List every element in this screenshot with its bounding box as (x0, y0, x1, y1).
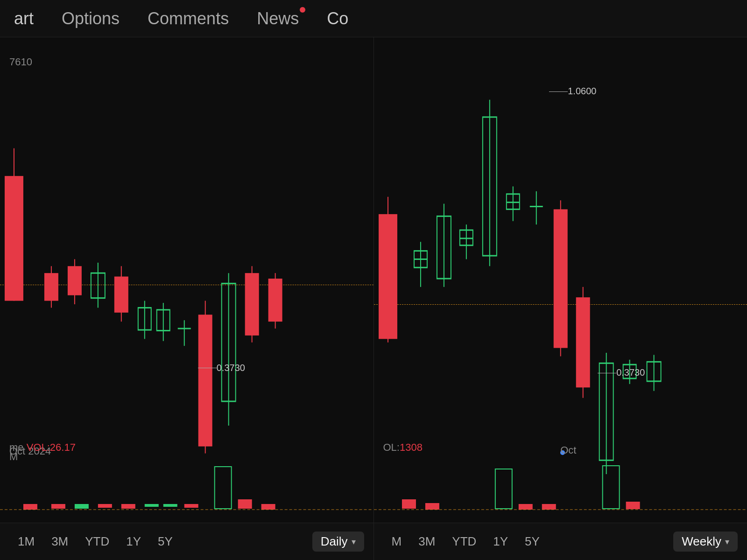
svg-rect-24 (23, 504, 37, 510)
svg-rect-21 (245, 273, 259, 336)
right-period-selector[interactable]: Weekly ▾ (673, 532, 738, 552)
svg-rect-23 (268, 279, 282, 322)
left-volume-svg (0, 457, 374, 518)
news-notification-dot (300, 7, 305, 13)
right-period-chevron: ▾ (725, 537, 729, 547)
svg-rect-11 (138, 308, 151, 330)
right-candle-area[interactable]: 1.0600 (374, 37, 747, 523)
left-candle-area[interactable]: 7610 (0, 37, 374, 523)
svg-rect-65 (495, 469, 512, 509)
svg-rect-32 (215, 467, 232, 509)
right-tf-m[interactable]: M (383, 531, 410, 553)
nav-item-co[interactable]: Co (327, 9, 348, 28)
right-volume-svg (374, 457, 747, 518)
left-volume-unit: M (9, 451, 18, 463)
right-tf-ytd[interactable]: YTD (444, 531, 485, 553)
nav-item-options[interactable]: Options (62, 9, 120, 28)
svg-rect-50 (506, 194, 519, 210)
svg-rect-69 (626, 502, 640, 509)
left-tf-ytd[interactable]: YTD (77, 531, 118, 553)
svg-rect-3 (44, 273, 58, 301)
left-bottom-toolbar: 1M 3M YTD 1Y 5Y Daily ▾ (0, 523, 374, 560)
left-chart-panel: 7610 (0, 37, 374, 560)
charts-container: 7610 (0, 37, 747, 560)
left-period-chevron: ▾ (352, 537, 356, 547)
right-tf-3m[interactable]: 3M (410, 531, 444, 553)
svg-rect-63 (402, 499, 416, 509)
right-volume-label: OL:1308 (383, 441, 423, 454)
right-tf-5y[interactable]: 5Y (516, 531, 548, 553)
left-tf-1m[interactable]: 1M (9, 531, 43, 553)
svg-rect-28 (121, 504, 135, 509)
svg-rect-42 (437, 216, 451, 279)
svg-rect-64 (425, 503, 439, 510)
right-tf-1y[interactable]: 1Y (485, 531, 516, 553)
right-bottom-toolbar: M 3M YTD 1Y 5Y Weekly ▾ (374, 523, 747, 560)
left-tf-5y[interactable]: 5Y (149, 531, 181, 553)
svg-rect-58 (599, 363, 613, 460)
svg-rect-17 (198, 315, 212, 446)
svg-rect-9 (114, 277, 128, 313)
left-tf-1y[interactable]: 1Y (118, 531, 149, 553)
nav-item-comments[interactable]: Comments (148, 9, 229, 28)
svg-rect-62 (647, 362, 661, 381)
svg-rect-29 (145, 504, 159, 507)
svg-rect-34 (261, 504, 275, 510)
svg-rect-7 (91, 273, 105, 298)
svg-rect-31 (184, 504, 198, 508)
svg-rect-30 (163, 504, 177, 507)
svg-rect-47 (482, 117, 496, 256)
svg-rect-5 (68, 266, 82, 295)
svg-rect-45 (459, 230, 472, 245)
left-tf-3m[interactable]: 3M (43, 531, 77, 553)
svg-rect-26 (75, 504, 89, 509)
svg-rect-67 (542, 504, 556, 510)
svg-rect-37 (378, 214, 397, 339)
svg-rect-33 (238, 499, 252, 509)
svg-rect-66 (518, 504, 532, 510)
right-chart-panel: 1.0600 (374, 37, 747, 560)
svg-rect-40 (414, 251, 427, 268)
svg-rect-68 (602, 466, 619, 509)
svg-rect-13 (157, 310, 170, 331)
left-period-selector[interactable]: Daily ▾ (312, 532, 364, 552)
nav-item-news[interactable]: News (257, 9, 299, 28)
nav-item-chart[interactable]: art (14, 9, 34, 28)
top-nav: art Options Comments News Co (0, 0, 747, 37)
svg-rect-25 (51, 504, 65, 509)
svg-rect-27 (98, 504, 112, 508)
right-date-label: Oct (560, 444, 576, 456)
svg-rect-1 (5, 176, 23, 301)
right-annotation-0730: 0.3730 (616, 367, 645, 378)
svg-rect-56 (576, 297, 590, 387)
svg-rect-54 (553, 209, 567, 348)
left-annotation-0730: 0.3730 (217, 363, 245, 373)
left-volume-label: me VOL:26.17 (9, 441, 76, 454)
svg-rect-19 (222, 283, 236, 401)
